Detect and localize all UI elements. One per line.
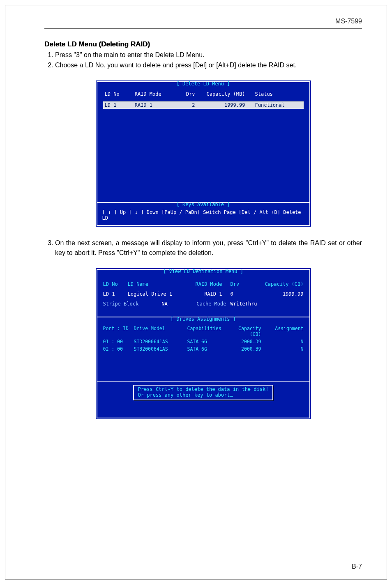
bios2-mid-header: Port : ID Drive Model Capabilities Capac… [103, 326, 304, 337]
bios2-r2c1: Stripe Block [103, 301, 144, 307]
bios1-h2: RAID Mode [133, 88, 177, 101]
bios2-mh1: Port : ID [103, 326, 134, 337]
bios2-m1d1: 01 : 00 [103, 339, 134, 345]
bios2-top-h3: RAID Mode [185, 281, 231, 287]
section-title: Delete LD Menu (Deleting RAID) [44, 40, 362, 48]
bios2-r2c4: WriteThru [231, 301, 263, 307]
bios1-h5: Status [253, 88, 303, 101]
bios-view-ld-definition: [ View LD Defination Menu ] LD No LD Nam… [97, 269, 310, 418]
bios1-r1c2: RAID 1 [133, 101, 177, 109]
bios2-r1c1: LD 1 [103, 291, 128, 297]
bios2-m1d4: 2000.39 [228, 339, 270, 345]
bios2-mh5: Assignment [270, 326, 304, 337]
bios1-r1c4: 1999.99 [203, 101, 253, 109]
bios2-r2c5 [263, 301, 304, 307]
bios-delete-ld-menu: [ Delete LD Menu ] LD No RAID Mode Drv C… [97, 81, 310, 226]
bios2-top-h4: Drv [231, 281, 251, 287]
bios2-mh4: Capacity (GB) [228, 326, 270, 337]
bios1-r1c1: LD 1 [103, 101, 133, 109]
bios2-mid-title: [ Drives Assignments ] [171, 316, 236, 322]
bios2-m1d2: ST32000641AS [134, 339, 187, 345]
step-3: On the next screen, a message will displ… [55, 238, 362, 257]
bios2-mid-row2: 02 : 00 ST32000641AS SATA 6G 2000.39 N [103, 346, 304, 352]
bios2-r1c4: 0 [231, 291, 251, 297]
bios2-top-h2: LD Name [128, 281, 185, 287]
bios2-dialog-l1: Press Ctrl-Y to delete the data in the d… [138, 386, 269, 392]
bios2-mh3: Capabilities [187, 326, 228, 337]
bios1-r1c3: 2 [177, 101, 203, 109]
bios2-m2d3: SATA 6G [187, 346, 228, 352]
bios2-top-row2: Stripe Block NA Cache Mode WriteThru [103, 301, 304, 307]
bios2-m1d5: N [270, 339, 304, 345]
bios2-mh2: Drive Model [134, 326, 187, 337]
bios2-top-row1[interactable]: LD 1 Logical Drive 1 RAID 1 0 1999.99 [103, 291, 304, 297]
bios2-r2c2: NA [144, 301, 185, 307]
bios1-table: LD No RAID Mode Drv Capacity (MB) Status… [103, 88, 304, 109]
bios2-m1d3: SATA 6G [187, 339, 228, 345]
bios2-r2c3: Cache Mode [185, 301, 231, 307]
bios1-keys: [ ↑ ] Up [ ↓ ] Down [PaUp / PaDn] Switch… [97, 207, 309, 225]
bios2-m2d4: 2000.39 [228, 346, 270, 352]
bios1-h1: LD No [103, 88, 133, 101]
bios1-r1c5: Functional [253, 101, 303, 109]
bios2-r1c2: Logical Drive 1 [128, 291, 185, 297]
bios2-mid-blank [103, 354, 304, 378]
model-header: MS-7599 [44, 5, 362, 29]
bios2-confirm-dialog[interactable]: Press Ctrl-Y to delete the data in the d… [133, 385, 274, 400]
bios1-keys-title: [ Keys Available ] [176, 202, 230, 207]
bios2-top-h1: LD No [103, 281, 128, 287]
page-number: B-7 [352, 563, 362, 570]
bios2-r1c3: RAID 1 [185, 291, 231, 297]
bios2-m2d1: 02 : 00 [103, 346, 134, 352]
bios2-mid-row1: 01 : 00 ST32000641AS SATA 6G 2000.39 N [103, 339, 304, 345]
bios2-top-h5: Capacity (GB) [251, 281, 304, 287]
bios2-m2d2: ST32000641AS [134, 346, 187, 352]
bios2-top-header: LD No LD Name RAID Mode Drv Capacity (GB… [103, 281, 304, 287]
bios1-title: [ Delete LD Menu ] [176, 81, 230, 87]
bios1-h3: Drv [177, 88, 203, 101]
bios2-title: [ View LD Defination Menu ] [163, 269, 243, 274]
bios1-row-1[interactable]: LD 1 RAID 1 2 1999.99 Functional [103, 101, 304, 109]
bios1-h4: Capacity (MB) [203, 88, 253, 101]
step-1: Press "3" on the main to enter the Delet… [55, 50, 362, 60]
bios2-dialog-l2: Or press any other key to abort… [138, 392, 269, 398]
bios1-header-row: LD No RAID Mode Drv Capacity (MB) Status [103, 88, 304, 101]
bios1-blank [97, 111, 309, 201]
bios2-bottom-blank [97, 406, 309, 418]
step-2: Choose a LD No. you want to delete and p… [55, 60, 362, 70]
bios2-r1c5: 1999.99 [251, 291, 304, 297]
bios2-m2d5: N [270, 346, 304, 352]
